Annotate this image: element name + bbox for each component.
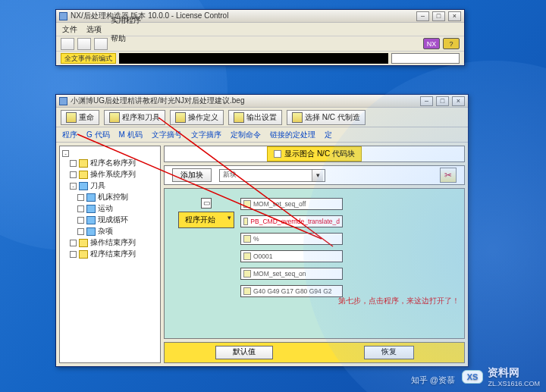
default-button[interactable]: 默认值 bbox=[215, 346, 273, 359]
tab-gcode[interactable]: G 代码 bbox=[86, 130, 110, 140]
watermark-zhihu: 知乎 @资慕 bbox=[411, 375, 455, 386]
folder-icon bbox=[79, 171, 88, 179]
tree-item-program-name[interactable]: 程序名称序列 bbox=[70, 158, 158, 169]
main-toolbar: 重命 程序和刀具 操作定义 输出设置 选择 N/C 代制造 bbox=[56, 108, 468, 127]
add-block-button[interactable]: 添加块 bbox=[172, 168, 212, 182]
close-button[interactable]: × bbox=[452, 96, 465, 106]
doc-icon bbox=[79, 182, 88, 190]
status-blackbar bbox=[119, 53, 388, 64]
tree-item-canned-cycle[interactable]: 现成循环 bbox=[77, 215, 158, 226]
tool-open-icon[interactable] bbox=[77, 38, 91, 50]
op-define-icon bbox=[175, 112, 186, 123]
block-combo[interactable]: 新块 bbox=[219, 169, 325, 182]
toolbar-op-define[interactable]: 操作定义 bbox=[170, 110, 224, 125]
block-row[interactable]: O0001 bbox=[240, 250, 343, 262]
toolbar-program-tool[interactable]: 程序和刀具 bbox=[104, 110, 165, 125]
menu-file[interactable]: 文件 bbox=[62, 24, 77, 35]
block-row[interactable]: G40 G49 G17 G80 G94 G2 bbox=[240, 285, 343, 297]
help-badge-icon[interactable]: ? bbox=[443, 38, 460, 49]
license-menubar: 文件 选项 实用程序 帮助 bbox=[56, 23, 464, 36]
rename-icon bbox=[66, 112, 77, 123]
block-icon bbox=[243, 270, 251, 278]
header-chip[interactable]: 显示图合 N/C 代码块 bbox=[267, 146, 362, 162]
license-status-row: 全文事件新编式 bbox=[56, 52, 464, 65]
tool-save-icon[interactable] bbox=[94, 38, 108, 50]
main-title: 小渊博UG后处理精讲教程/时光NJ对后处理建议.beg bbox=[71, 96, 244, 106]
output-icon bbox=[234, 112, 244, 123]
doc-icon bbox=[86, 193, 96, 202]
tree-item-tool[interactable]: -刀具 bbox=[70, 180, 158, 192]
main-window: 小渊博UG后处理精讲教程/时光NJ对后处理建议.beg – □ × 重命 程序和… bbox=[55, 94, 469, 367]
block-icon bbox=[243, 252, 251, 260]
cut-icon[interactable]: ✂ bbox=[440, 168, 457, 183]
tree-item-op-system[interactable]: 操作系统序列 bbox=[70, 169, 158, 180]
menu-utilities[interactable]: 实用程序 bbox=[111, 15, 455, 26]
main-titlebar: 小渊博UG后处理精讲教程/时光NJ对后处理建议.beg – □ × bbox=[56, 95, 468, 108]
tab-program[interactable]: 程序 bbox=[62, 130, 77, 140]
block-row[interactable]: % bbox=[240, 233, 343, 245]
checkbox-icon[interactable] bbox=[274, 150, 281, 158]
tool-new-icon[interactable] bbox=[61, 38, 74, 50]
tab-fix[interactable]: 定 bbox=[325, 130, 332, 140]
minimize-button[interactable]: – bbox=[420, 96, 433, 106]
toolbar-output[interactable]: 输出设置 bbox=[228, 110, 282, 125]
toolbar-nc[interactable]: 选择 N/C 代制造 bbox=[287, 110, 366, 125]
right-panel: 显示图合 N/C 代码块 添加块 新块 ✂ ▭ 程序开始 MOM_set_seq… bbox=[164, 146, 465, 363]
tree-panel[interactable]: - 程序名称序列 操作系统序列 -刀具 机床控制 运动 现成循环 杂项 操作结束… bbox=[59, 146, 161, 363]
menu-help[interactable]: 帮助 bbox=[111, 33, 455, 44]
header-strip: 显示图合 N/C 代码块 bbox=[164, 146, 465, 162]
status-field bbox=[391, 53, 460, 64]
nc-icon bbox=[292, 112, 303, 123]
brand-logo: XS bbox=[462, 370, 484, 384]
bottom-bar: 默认值 恢复 bbox=[164, 342, 465, 363]
block-icon bbox=[243, 235, 251, 243]
tab-bar: 程序 G 代码 M 机码 文字摘号 文字摘序 定制命令 链接的定处理 定 bbox=[56, 127, 468, 143]
tree-item-motion[interactable]: 运动 bbox=[77, 203, 158, 215]
tab-wordnum[interactable]: 文字摘号 bbox=[152, 130, 182, 140]
block-editor-panel: ▭ 程序开始 MOM_set_seq_off PB_CMD_override_t… bbox=[164, 188, 465, 339]
block-icon bbox=[243, 287, 251, 295]
license-window: NX/后处理构造器 版本 10.0.0 - License Control – … bbox=[55, 9, 465, 66]
tab-custom[interactable]: 定制命令 bbox=[231, 130, 261, 140]
status-chip: 全文事件新编式 bbox=[61, 53, 116, 64]
block-icon bbox=[243, 200, 251, 208]
block-rows: MOM_set_seq_off PB_CMD_override_translat… bbox=[240, 198, 343, 297]
folder-icon bbox=[79, 250, 88, 259]
doc-icon bbox=[86, 205, 96, 213]
sub-strip: 添加块 新块 ✂ bbox=[164, 165, 465, 185]
collapse-icon[interactable]: ▭ bbox=[201, 198, 212, 209]
block-icon bbox=[243, 218, 248, 225]
block-row[interactable]: MOM_set_seq_off bbox=[240, 198, 343, 210]
tree-item-misc[interactable]: 杂项 bbox=[77, 226, 158, 237]
toolbar-rename[interactable]: 重命 bbox=[61, 110, 99, 125]
nx-badge[interactable]: NX bbox=[423, 38, 440, 49]
doc-icon bbox=[86, 227, 96, 236]
watermark-brand: XS 资料网 ZL.XS1616.COM bbox=[462, 366, 540, 387]
menu-options[interactable]: 选项 bbox=[86, 24, 102, 35]
content-area: - 程序名称序列 操作系统序列 -刀具 机床控制 运动 现成循环 杂项 操作结束… bbox=[56, 143, 468, 366]
app-icon bbox=[59, 97, 67, 105]
block-row[interactable]: MOM_set_seq_on bbox=[240, 268, 343, 280]
restore-button[interactable]: 恢复 bbox=[364, 346, 414, 359]
app-icon bbox=[59, 12, 67, 20]
group-label[interactable]: 程序开始 bbox=[178, 212, 234, 228]
folder-icon bbox=[79, 159, 88, 168]
tree-expand-icon[interactable]: - bbox=[62, 150, 69, 157]
block-row[interactable]: PB_CMD_override_translate_d bbox=[240, 215, 343, 227]
tab-linked[interactable]: 链接的定处理 bbox=[270, 130, 315, 140]
tree-item-machine-control[interactable]: 机床控制 bbox=[77, 192, 158, 203]
program-tool-icon bbox=[109, 112, 120, 123]
folder-icon bbox=[79, 239, 88, 247]
maximize-button[interactable]: □ bbox=[436, 96, 449, 106]
tab-wordseq[interactable]: 文字摘序 bbox=[191, 130, 221, 140]
tree-item-program-end[interactable]: 程序结束序列 bbox=[70, 249, 158, 260]
tree-item-op-end[interactable]: 操作结束序列 bbox=[70, 237, 158, 249]
doc-icon bbox=[86, 216, 96, 224]
tab-mcode[interactable]: M 机码 bbox=[119, 130, 143, 140]
